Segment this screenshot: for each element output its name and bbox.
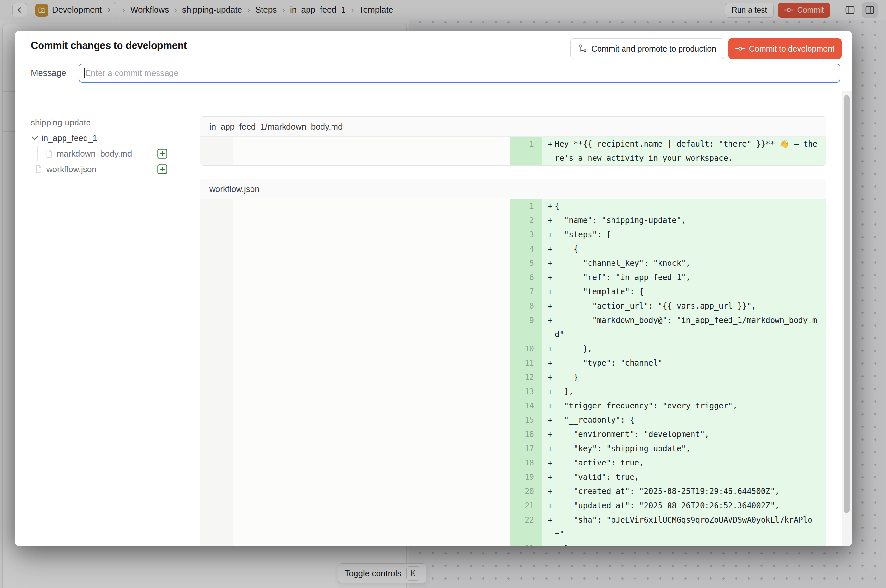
new-line-content: + "active": true, — [542, 456, 826, 470]
tree-item-file-workflow[interactable]: workflow.json — [15, 161, 187, 177]
old-line-content — [233, 456, 510, 470]
new-line-number: 21 — [510, 498, 542, 513]
new-line-content: + { — [542, 242, 826, 256]
diff-line-text: } — [555, 542, 826, 546]
diff-line-text: { — [555, 242, 826, 256]
new-line-number: 16 — [510, 427, 542, 441]
old-line-content — [233, 199, 510, 213]
old-line-gutter — [200, 137, 233, 165]
old-line-gutter — [200, 242, 233, 256]
diff-line-text: } — [555, 370, 826, 384]
diff-add-sign: + — [542, 242, 555, 256]
new-line-number: 18 — [510, 456, 542, 470]
diff-line: 11+ "type": "channel" — [200, 356, 826, 370]
old-line-content — [233, 542, 510, 546]
diff-add-sign: + — [542, 399, 555, 413]
added-file-icon — [157, 148, 168, 159]
new-line-content: + "updated_at": "2025-08-26T20:26:52.364… — [542, 498, 826, 513]
new-line-content: + } — [542, 542, 826, 546]
old-line-content — [233, 299, 510, 313]
new-line-content: + "key": "shipping-update", — [542, 441, 826, 456]
file-icon — [45, 149, 53, 158]
old-line-content — [233, 313, 510, 342]
new-line-content: + "type": "channel" — [542, 356, 826, 370]
diff-line-text: "valid": true, — [555, 470, 826, 484]
tree-item-step[interactable]: in_app_feed_1 — [15, 130, 187, 146]
new-line-content: + "action_url": "{{ vars.app_url }}", — [542, 299, 826, 313]
modal-actions: Commit and promote to production Commit … — [570, 38, 842, 59]
new-line-number: 1 — [510, 199, 542, 213]
added-file-icon — [157, 164, 168, 174]
commit-icon — [735, 46, 745, 51]
diff-line: 15+ "__readonly": { — [200, 413, 826, 427]
old-line-gutter — [200, 199, 233, 213]
diff-line: 13+ ], — [200, 384, 826, 399]
tree-step-label: in_app_feed_1 — [42, 133, 97, 143]
modal-title: Commit changes to development — [31, 40, 187, 51]
diff-line: 1+Hey **{{ recipient.name | default: "th… — [200, 137, 826, 165]
commit-and-promote-button[interactable]: Commit and promote to production — [570, 38, 724, 59]
diff-line: 23+ } — [200, 542, 826, 546]
old-line-content — [233, 441, 510, 456]
old-line-gutter — [200, 542, 233, 546]
diff-panel: in_app_feed_1/markdown_body.md 1+Hey **{… — [187, 92, 852, 546]
diff-add-sign: + — [542, 384, 555, 399]
diff-add-sign: + — [542, 513, 555, 527]
diff-card: in_app_feed_1/markdown_body.md 1+Hey **{… — [199, 116, 826, 166]
old-line-content — [233, 370, 510, 384]
old-line-content — [233, 413, 510, 427]
diff-add-sign: + — [542, 342, 555, 356]
scrollbar-thumb[interactable] — [844, 95, 850, 513]
diff-rows: 1+Hey **{{ recipient.name | default: "th… — [200, 137, 826, 165]
new-line-content: + } — [542, 370, 826, 384]
old-line-gutter — [200, 456, 233, 470]
old-line-content — [233, 285, 510, 299]
old-line-content — [233, 384, 510, 399]
tree-item-workflow[interactable]: shipping-update — [15, 115, 187, 130]
diff-line: 2+ "name": "shipping-update", — [200, 213, 826, 228]
diff-add-sign: + — [542, 285, 555, 299]
new-line-number: 8 — [510, 299, 542, 313]
old-line-gutter — [200, 399, 233, 413]
old-line-gutter — [200, 384, 233, 399]
new-line-number: 22 — [510, 513, 542, 542]
diff-line-text: "ref": "in_app_feed_1", — [555, 270, 826, 285]
new-line-number: 14 — [510, 399, 542, 413]
diff-line: 7+ "template": { — [200, 285, 826, 299]
tree-item-file-markdown[interactable]: markdown_body.md — [15, 146, 187, 161]
diff-line: 5+ "channel_key": "knock", — [200, 256, 826, 270]
commit-message-input[interactable] — [79, 64, 840, 82]
new-line-number: 17 — [510, 441, 542, 456]
old-line-content — [233, 399, 510, 413]
new-line-content: + "valid": true, — [542, 470, 826, 484]
diff-line-text: "name": "shipping-update", — [555, 213, 826, 228]
new-line-content: + "trigger_frequency": "every_trigger", — [542, 399, 826, 413]
diff-line-text: Hey **{{ recipient.name | default: "ther… — [555, 137, 826, 165]
diff-line-text: "__readonly": { — [555, 413, 826, 427]
new-line-content: +{ — [542, 199, 826, 213]
new-line-number: 15 — [510, 413, 542, 427]
old-line-gutter — [200, 413, 233, 427]
diff-rows: 1+{2+ "name": "shipping-update",3+ "step… — [200, 199, 826, 546]
diff-line: 10+ }, — [200, 342, 826, 356]
diff-line-text: "steps": [ — [555, 228, 826, 242]
commit-message-field[interactable] — [79, 63, 840, 82]
diff-line-text: "markdown_body@": "in_app_feed_1/markdow… — [555, 313, 826, 342]
diff-line: 21+ "updated_at": "2025-08-26T20:26:52.3… — [200, 498, 826, 513]
promote-branch-icon — [579, 44, 588, 53]
old-line-gutter — [200, 356, 233, 370]
diff-add-sign: + — [542, 256, 555, 270]
new-line-number: 3 — [510, 228, 542, 242]
new-line-number: 1 — [510, 137, 542, 165]
diff-add-sign: + — [542, 270, 555, 285]
diff-line: 17+ "key": "shipping-update", — [200, 441, 826, 456]
chevron-down-icon — [31, 136, 38, 140]
diff-line: 18+ "active": true, — [200, 456, 826, 470]
old-line-gutter — [200, 270, 233, 285]
new-line-content: + "name": "shipping-update", — [542, 213, 826, 228]
scrollbar-track[interactable] — [842, 92, 852, 546]
commit-to-development-button[interactable]: Commit to development — [728, 38, 842, 59]
old-line-gutter — [200, 228, 233, 242]
new-line-content: + "created_at": "2025-08-25T19:29:46.644… — [542, 484, 826, 498]
diff-add-sign: + — [542, 213, 555, 228]
